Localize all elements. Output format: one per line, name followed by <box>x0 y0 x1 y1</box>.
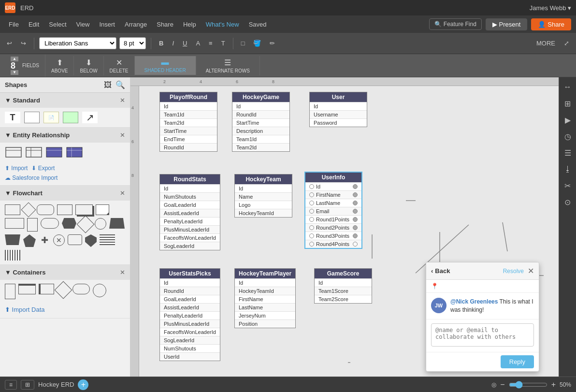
container-4[interactable] <box>55 281 72 299</box>
menu-insert[interactable]: Insert <box>95 19 119 30</box>
above-button[interactable]: ⬆ ABOVE <box>45 56 74 75</box>
menu-help[interactable]: Help <box>179 19 200 30</box>
import-btn[interactable]: ⬆ Import <box>5 165 28 172</box>
menu-whats-new[interactable]: What's New <box>202 19 243 30</box>
below-button[interactable]: ⬇ BELOW <box>74 56 103 75</box>
shape-arrow[interactable]: ↗ <box>82 112 98 123</box>
fc-lines[interactable] <box>100 234 115 245</box>
er-shape-1[interactable] <box>5 146 22 158</box>
reply-button[interactable]: Reply <box>501 355 534 368</box>
italic-button[interactable]: I <box>169 38 177 48</box>
table-game-score[interactable]: GameScore Id Team1Score Team2Score <box>314 268 372 304</box>
underline-button[interactable]: U <box>180 38 190 48</box>
present-button[interactable]: ▶ Present <box>486 18 527 30</box>
alternate-rows-button[interactable]: ☰ ALTERNATE ROWS <box>196 56 260 75</box>
more-button[interactable]: MORE <box>533 38 558 48</box>
back-button[interactable]: ‹ Back <box>431 267 503 275</box>
er-shape-3[interactable] <box>45 146 63 158</box>
comment-input[interactable] <box>431 323 534 347</box>
fc-rect2[interactable] <box>57 204 72 215</box>
fc-rect[interactable] <box>5 204 20 215</box>
rp-grid-btn[interactable]: ⊞ <box>561 97 575 110</box>
grid-view-btn[interactable]: ⊞ <box>21 380 34 390</box>
resolve-button[interactable]: Resolve <box>503 268 524 275</box>
undo-button[interactable]: ↩ <box>4 38 15 48</box>
redo-button[interactable]: ↪ <box>18 38 29 48</box>
list-view-btn[interactable]: ≡ <box>5 380 17 390</box>
export-btn[interactable]: ⬇ Export <box>31 165 55 172</box>
fields-increment[interactable]: ▲ <box>11 57 18 61</box>
table-user-info[interactable]: UserInfo Id FirstName LastName Email Rou… <box>304 172 362 249</box>
menu-arrange[interactable]: Arrange <box>121 19 151 30</box>
flowchart-section-header[interactable]: ▼ Flowchart ✕ <box>0 186 130 201</box>
table-round-stats[interactable]: RoundStats Id NumShutouts GoalLeaderId A… <box>159 174 220 250</box>
fc-diamond[interactable] <box>21 202 36 217</box>
fc-cross[interactable]: ✚ <box>39 234 50 246</box>
table-user[interactable]: User Id Username Password <box>309 92 367 127</box>
fc-diamond2[interactable] <box>77 216 95 233</box>
table-user-stats-picks[interactable]: UserStatsPicks Id RoundId GoalLeaderId A… <box>159 268 220 361</box>
container-3[interactable] <box>39 284 54 294</box>
containers-close[interactable]: ✕ <box>120 269 125 276</box>
menu-view[interactable]: View <box>72 19 94 30</box>
feature-find-button[interactable]: 🔍 Feature Find <box>429 18 482 30</box>
shaded-header-button[interactable]: ▬ SHADED HEADER <box>135 56 196 75</box>
er-shape-2[interactable] <box>25 146 43 158</box>
font-select[interactable]: Liberation Sans <box>39 37 116 49</box>
fill-bucket-button[interactable]: 🪣 <box>250 38 264 48</box>
container-5[interactable] <box>72 284 90 294</box>
rp-layers-btn[interactable]: ☰ <box>561 146 575 160</box>
shape-text[interactable]: T <box>5 112 20 123</box>
zoom-out-btn[interactable]: − <box>500 380 504 389</box>
table-playoff-round[interactable]: PlayoffRound Id Team1Id Team2Id StartTim… <box>159 92 217 152</box>
close-button[interactable]: ✕ <box>528 266 534 276</box>
table-hockey-team[interactable]: HockeyTeam Id Name Logo HockeyTeamId <box>234 174 292 218</box>
fullscreen-button[interactable]: ⤢ <box>561 38 572 48</box>
shape-note[interactable]: 📄 <box>43 112 59 123</box>
fc-circle[interactable] <box>95 218 106 230</box>
align-button[interactable]: ≡ <box>206 38 216 48</box>
import-data-btn[interactable]: ⬆ Import Data <box>0 303 130 318</box>
bold-button[interactable]: B <box>156 38 166 48</box>
fc-rect3[interactable] <box>5 218 24 229</box>
zoom-slider[interactable] <box>509 381 547 389</box>
rp-cut-btn[interactable]: ✂ <box>561 179 575 192</box>
entity-section-header[interactable]: ▼ Entity Relationship ✕ <box>0 128 130 143</box>
fill-none-button[interactable]: □ <box>238 38 248 48</box>
shape-rect[interactable] <box>24 112 40 123</box>
container-1[interactable] <box>5 284 15 299</box>
fc-trap[interactable] <box>109 218 125 229</box>
text-format-button[interactable]: T <box>218 38 228 48</box>
rp-expand-btn[interactable]: ↔ <box>561 80 575 94</box>
containers-section-header[interactable]: ▼ Containers ✕ <box>0 265 130 280</box>
table-hockey-game[interactable]: HockeyGame Id RoundId StartTime Descript… <box>232 92 290 152</box>
font-color-button[interactable]: A <box>193 38 203 48</box>
shape-green[interactable] <box>63 112 78 123</box>
zoom-in-btn[interactable]: + <box>551 380 556 389</box>
fc-shield[interactable] <box>85 234 97 247</box>
standard-close[interactable]: ✕ <box>120 97 125 104</box>
fc-shape5[interactable] <box>96 204 109 215</box>
fc-pill[interactable] <box>41 218 59 229</box>
rp-settings-btn[interactable]: ⊙ <box>561 195 575 209</box>
table-hockey-team-player[interactable]: HockeyTeamPlayer Id HockeyTeamId FirstNa… <box>234 268 296 328</box>
er-shape-4[interactable] <box>66 146 83 158</box>
delete-button[interactable]: ✕ DELETE <box>104 56 135 75</box>
container-2[interactable] <box>18 284 36 294</box>
fc-hexagon[interactable] <box>62 218 76 229</box>
fc-x[interactable]: ✕ <box>53 234 65 246</box>
rp-play-btn[interactable]: ▶ <box>561 113 575 127</box>
menu-select[interactable]: Select <box>45 19 70 30</box>
container-6[interactable] <box>93 284 106 297</box>
rp-clock-btn[interactable]: ◷ <box>561 130 575 143</box>
shapes-image-btn[interactable]: 🖼 <box>104 80 112 89</box>
canvas[interactable]: 2 4 6 8 4 6 8 <box>130 77 559 377</box>
fc-rtrap[interactable] <box>5 234 20 245</box>
entity-close[interactable]: ✕ <box>120 131 125 139</box>
add-page-btn[interactable]: + <box>78 379 88 390</box>
font-size-select[interactable]: 8 pt <box>119 37 146 49</box>
fc-r2[interactable] <box>68 234 82 245</box>
shapes-search-btn[interactable]: 🔍 <box>115 80 125 89</box>
standard-section-header[interactable]: ▼ Standard ✕ <box>0 93 130 108</box>
menu-edit[interactable]: Edit <box>25 19 43 30</box>
